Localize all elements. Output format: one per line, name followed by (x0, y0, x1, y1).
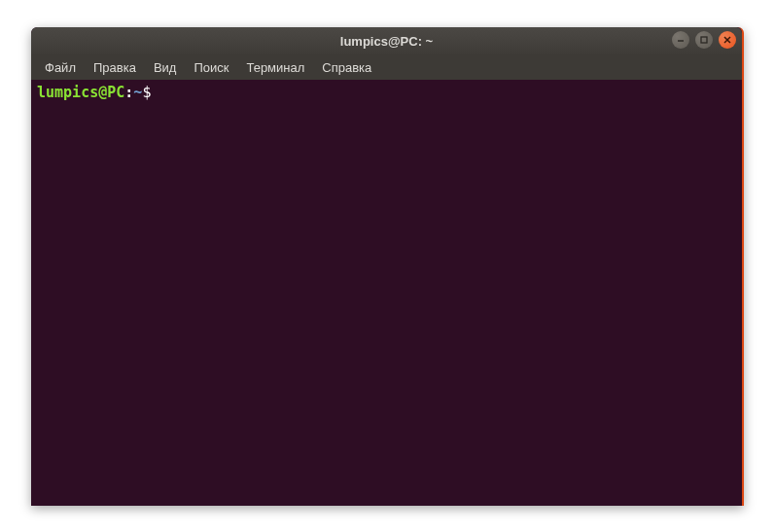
terminal-input[interactable] (157, 84, 736, 101)
prompt-symbol: $ (142, 84, 151, 103)
menu-edit[interactable]: Правка (86, 57, 144, 78)
titlebar[interactable]: lumpics@PC: ~ (31, 27, 742, 54)
prompt-colon: : (124, 84, 133, 103)
terminal-body[interactable]: lumpics@PC:~$ (31, 80, 742, 506)
svg-rect-1 (701, 37, 707, 43)
menu-search[interactable]: Поиск (186, 57, 236, 78)
minimize-icon (676, 31, 686, 49)
menu-terminal[interactable]: Терминал (238, 57, 312, 78)
window-title: lumpics@PC: ~ (31, 34, 742, 49)
menu-help[interactable]: Справка (314, 57, 379, 78)
menubar: Файл Правка Вид Поиск Терминал Справка (31, 54, 742, 80)
maximize-icon (699, 31, 709, 49)
window-controls (672, 31, 736, 49)
terminal-window: lumpics@PC: ~ Файл Правка Вид Поиск (31, 27, 744, 506)
close-button[interactable] (719, 31, 736, 49)
menu-view[interactable]: Вид (146, 57, 185, 78)
menu-file[interactable]: Файл (37, 57, 84, 78)
close-icon (722, 31, 732, 49)
prompt-user-host: lumpics@PC (37, 84, 124, 103)
prompt-path: ~ (133, 84, 142, 103)
prompt-line: lumpics@PC:~$ (37, 84, 736, 103)
maximize-button[interactable] (695, 31, 713, 49)
minimize-button[interactable] (672, 31, 689, 49)
